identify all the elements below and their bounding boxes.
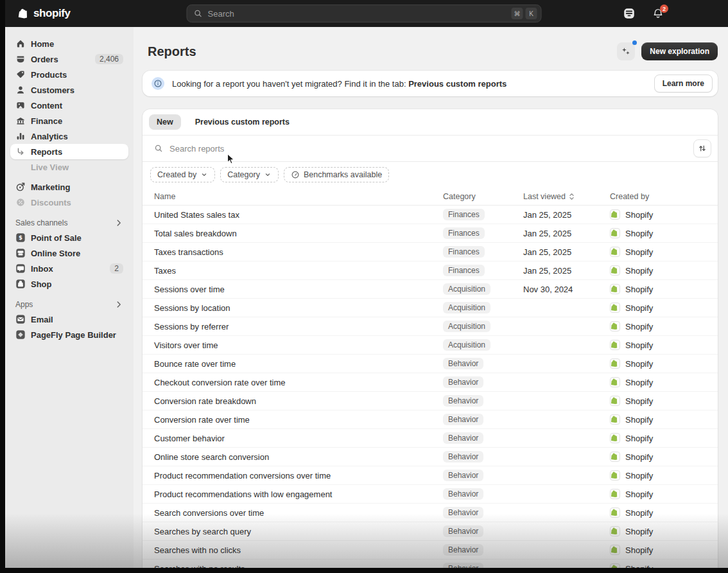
table-row-search-conversions-over-time[interactable]: Search conversions over timeBehaviorShop… — [143, 504, 718, 522]
sort-carets-icon — [568, 192, 575, 201]
category-badge: Behavior — [443, 395, 483, 407]
tab-previous-custom-reports[interactable]: Previous custom reports — [187, 114, 297, 130]
sidebar-item-orders[interactable]: Orders2,406 — [10, 51, 128, 67]
sidebar-item-pagefly-page-builder[interactable]: PageFly Page Builder — [10, 327, 128, 342]
category-badge: Behavior — [443, 507, 483, 518]
table-row-taxes[interactable]: TaxesFinancesJan 25, 2025Shopify — [143, 261, 718, 280]
sidebar-item-marketing[interactable]: Marketing — [10, 179, 128, 195]
column-created-by[interactable]: Created by — [610, 192, 718, 201]
app-window: shopify Search ⌘ K 2 HomeOrders2,406Prod… — [0, 0, 728, 573]
notifications-button[interactable]: 2 — [652, 8, 664, 19]
shopify-bag-icon — [610, 209, 620, 220]
sidebar-item-email[interactable]: Email — [10, 312, 128, 327]
sort-button[interactable] — [693, 139, 711, 157]
table-row-searches-by-search-query[interactable]: Searches by search queryBehaviorShopify — [143, 522, 718, 541]
table-row-taxes-transactions[interactable]: Taxes transactionsFinancesJan 25, 2025Sh… — [143, 243, 718, 261]
table-row-total-sales-breakdown[interactable]: Total sales breakdownFinancesJan 25, 202… — [143, 224, 718, 243]
report-name: Product recommendation conversions over … — [154, 471, 443, 480]
table-row-online-store-search-conversion[interactable]: Online store search conversionBehaviorSh… — [143, 448, 718, 466]
report-name: Product recommendations with low engagem… — [154, 489, 443, 499]
created-by-name: Shopify — [625, 322, 653, 331]
report-name: Sessions over time — [154, 285, 443, 294]
sidebar-item-finance[interactable]: Finance — [10, 113, 128, 128]
report-name: Customer behavior — [154, 434, 443, 443]
shopify-bag-icon — [610, 284, 620, 294]
table-row-bounce-rate-over-time[interactable]: Bounce rate over timeBehaviorShopify — [143, 355, 718, 373]
table-row-product-recommendations-with-low-engagement[interactable]: Product recommendations with low engagem… — [143, 485, 718, 504]
reports-search-row — [143, 136, 718, 162]
sidebar-item-live-view[interactable]: Live View — [10, 159, 128, 175]
shopify-logo[interactable]: shopify — [17, 0, 71, 27]
sidebar-item-label: Live View — [31, 163, 69, 172]
sidebar-item-inbox[interactable]: Inbox2 — [10, 261, 128, 276]
sidebar-item-home[interactable]: Home — [10, 36, 128, 51]
sidebar-item-label: Home — [31, 39, 54, 49]
sidebar-section-sales-channels[interactable]: Sales channels — [15, 218, 123, 227]
sidebar-item-reports[interactable]: Reports — [10, 144, 128, 159]
filter-benchmarks-available[interactable]: Benchmarks available — [284, 167, 389, 182]
sidebar-item-analytics[interactable]: Analytics — [10, 128, 128, 144]
window-edge-left — [0, 0, 5, 573]
column-name[interactable]: Name — [154, 192, 443, 201]
marketing-icon — [15, 182, 26, 192]
tab-new[interactable]: New — [149, 114, 181, 130]
table-row-visitors-over-time[interactable]: Visitors over timeAcquisitionShopify — [143, 336, 718, 355]
table-row-conversion-rate-over-time[interactable]: Conversion rate over timeBehaviorShopify — [143, 410, 718, 429]
store-avatar-icon[interactable] — [623, 7, 636, 20]
table-row-checkout-conversion-rate-over-time[interactable]: Checkout conversion rate over timeBehavi… — [143, 373, 718, 392]
table-row-sessions-over-time[interactable]: Sessions over timeAcquisitionNov 30, 202… — [143, 280, 718, 299]
shopify-bag-icon — [610, 321, 620, 331]
created-by-name: Shopify — [625, 247, 653, 257]
created-by-cell: Shopify — [610, 526, 718, 536]
report-name: Taxes — [154, 266, 443, 276]
report-name: Checkout conversion rate over time — [154, 378, 443, 387]
created-by-cell: Shopify — [610, 507, 718, 518]
table-row-product-recommendation-conversions-over-time[interactable]: Product recommendation conversions over … — [143, 466, 718, 485]
global-search-input[interactable]: Search ⌘ K — [187, 4, 542, 22]
reports-search-field[interactable] — [149, 140, 688, 157]
sidebar-item-point-of-sale[interactable]: $Point of Sale — [10, 230, 128, 245]
filter-created-by[interactable]: Created by — [150, 167, 215, 182]
learn-more-button[interactable]: Learn more — [654, 75, 713, 93]
sidebar-section-apps[interactable]: Apps — [15, 300, 123, 309]
global-search-placeholder: Search — [208, 9, 234, 19]
gauge-icon — [291, 170, 300, 179]
reports-search-input[interactable] — [168, 143, 683, 154]
new-exploration-button[interactable]: New exploration — [641, 42, 718, 60]
sidebar-item-customers[interactable]: Customers — [10, 82, 128, 98]
chevron-right-icon — [114, 300, 123, 309]
sidebar-item-discounts[interactable]: Discounts — [10, 195, 128, 210]
created-by-name: Shopify — [625, 266, 653, 276]
table-row-sessions-by-referrer[interactable]: Sessions by referrerAcquisitionShopify — [143, 317, 718, 336]
sidebar-item-content[interactable]: Content — [10, 98, 128, 113]
shopify-bag-icon — [610, 228, 620, 238]
notification-badge: 2 — [660, 4, 668, 13]
reports-card: NewPrevious custom reports Created byCat… — [143, 109, 718, 568]
column-category[interactable]: Category — [443, 192, 523, 201]
category-badge: Behavior — [443, 470, 483, 481]
report-name: Sessions by location — [154, 303, 443, 313]
filter-category[interactable]: Category — [220, 167, 279, 182]
table-row-sessions-by-location[interactable]: Sessions by locationAcquisitionShopify — [143, 299, 718, 317]
last-viewed-date: Jan 25, 2025 — [523, 210, 610, 220]
created-by-cell: Shopify — [610, 489, 718, 499]
created-by-cell: Shopify — [610, 247, 718, 257]
sidebar-item-products[interactable]: Products — [10, 67, 128, 82]
column-last-viewed[interactable]: Last viewed — [523, 192, 610, 201]
sidebar-item-label: Marketing — [31, 182, 70, 192]
table-row-customer-behavior[interactable]: Customer behaviorBehaviorShopify — [143, 429, 718, 448]
sidebar-item-label: Shop — [31, 279, 52, 289]
shopify-bag-icon — [610, 526, 620, 536]
sidebar-item-online-store[interactable]: Online Store — [10, 245, 128, 261]
shopify-bag-icon — [610, 563, 620, 568]
online-store-icon — [15, 248, 26, 258]
table-row-searches-with-no-clicks[interactable]: Searches with no clicksBehaviorShopify — [143, 541, 718, 560]
table-row-conversion-rate-breakdown[interactable]: Conversion rate breakdownBehaviorShopify — [143, 392, 718, 410]
table-row-searches-with-no-results[interactable]: Searches with no resultsBehaviorShopify — [143, 560, 718, 568]
sidebar-item-shop[interactable]: Shop — [10, 276, 128, 292]
created-by-name: Shopify — [625, 471, 653, 480]
pagefly-icon — [15, 330, 26, 340]
shop-icon — [15, 279, 26, 289]
table-row-united-states-sales-tax[interactable]: United States sales taxFinancesJan 25, 2… — [143, 206, 718, 224]
ai-sidekick-button[interactable] — [617, 42, 635, 60]
